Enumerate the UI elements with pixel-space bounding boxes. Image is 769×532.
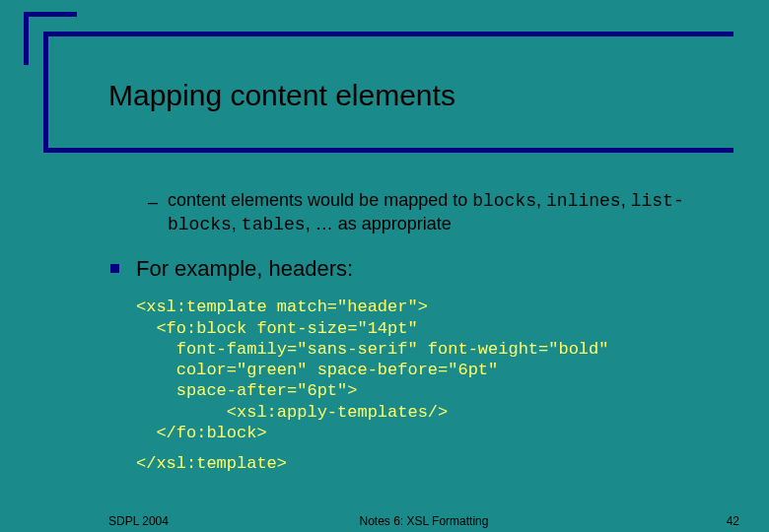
sub-text-part: content elements would be mapped to xyxy=(168,190,472,210)
code-closing-line: </xsl:template> xyxy=(108,453,739,475)
code-block: <xsl:template match="header"> <fo:block … xyxy=(108,297,739,443)
slide-body: – content elements would be mapped to bl… xyxy=(108,189,739,475)
slide-number: 42 xyxy=(727,514,739,528)
slide-title: Mapping content elements xyxy=(108,79,455,112)
main-bullet-item: For example, headers: xyxy=(108,255,739,284)
sep: , xyxy=(232,214,242,233)
code-term: blocks xyxy=(472,191,536,211)
code-line: <xsl:template match="header"> xyxy=(136,298,428,316)
code-line: </fo:block> xyxy=(136,424,267,442)
code-line: <fo:block font-size="14pt" xyxy=(136,319,418,338)
dash-bullet-icon: – xyxy=(148,191,158,214)
footer-center: Notes 6: XSL Formatting xyxy=(108,514,739,528)
code-line: <xsl:apply-templates/> xyxy=(136,403,448,422)
sep: , xyxy=(621,190,631,210)
code-line: font-family="sans-serif" font-weight="bo… xyxy=(136,340,608,359)
code-term: inlines xyxy=(546,191,621,211)
sep: , xyxy=(536,190,546,210)
code-line: space-after="6pt"> xyxy=(136,381,357,400)
square-bullet-icon xyxy=(110,264,119,273)
title-underline xyxy=(43,148,734,153)
main-bullet-text: For example, headers: xyxy=(136,256,353,281)
sub-bullet-item: – content elements would be mapped to bl… xyxy=(108,189,739,237)
sub-text: content elements would be mapped to bloc… xyxy=(168,190,684,233)
code-term: tables xyxy=(242,215,306,234)
code-line: color="green" space-before="6pt" xyxy=(136,361,498,379)
sub-text-part: , … as appropriate xyxy=(306,214,452,233)
